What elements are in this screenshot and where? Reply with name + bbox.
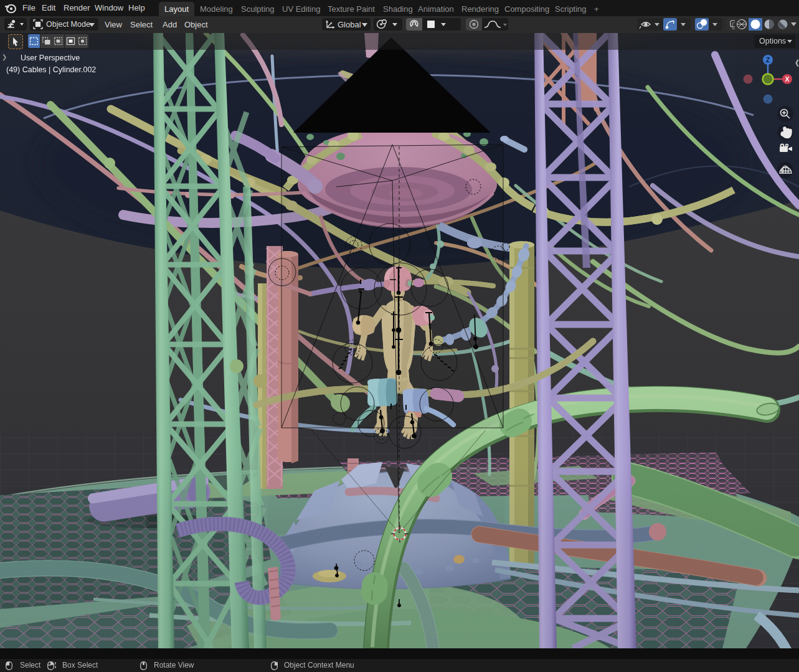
svg-text:Z: Z bbox=[766, 56, 770, 64]
svg-text:X: X bbox=[785, 75, 789, 83]
svg-text:❰: ❰ bbox=[794, 59, 799, 67]
